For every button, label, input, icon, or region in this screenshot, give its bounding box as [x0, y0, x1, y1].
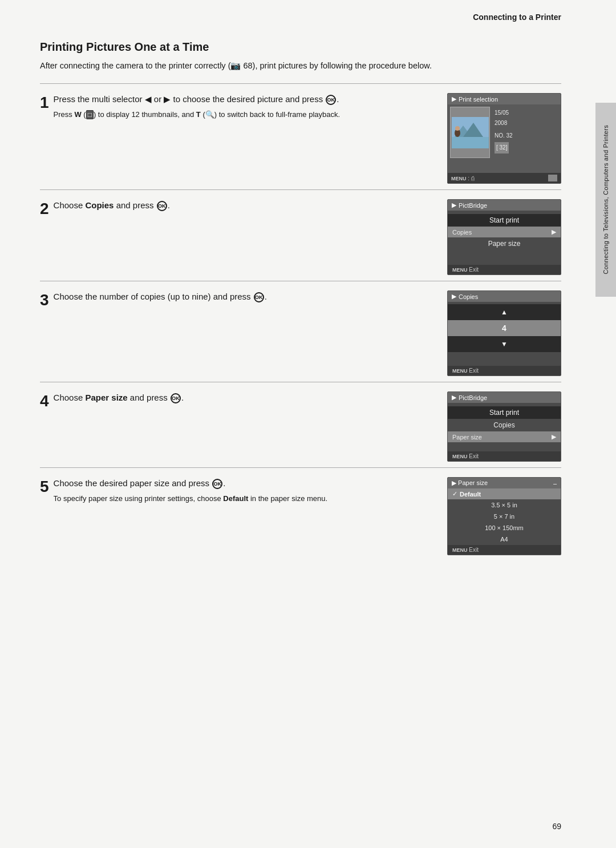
pb2-copies: Copies: [448, 419, 561, 431]
page-number: 69: [552, 822, 561, 831]
screen-1-info: 15/05 2008 NO. 32 [ 32]: [492, 107, 558, 171]
ok-button-icon-5: OK: [212, 479, 222, 489]
screen-1-date: 15/05: [495, 108, 556, 118]
screen-3-mockup: ▶ Copies ▲ 4 ▼ MENU Exit: [447, 290, 561, 376]
screen-3-title: Copies: [459, 293, 478, 300]
page-header-title: Connecting to a Printer: [473, 13, 561, 22]
step-2-number: 2: [40, 200, 49, 218]
step-2-content: Choose Copies and press OK.: [54, 199, 436, 216]
step-5-sub-text: To specify paper size using printer sett…: [54, 494, 436, 504]
screen-2-mockup: ▶ PictBridge Start print Copies ▶ Paper …: [447, 199, 561, 275]
screen-4-titlebar: ▶ PictBridge: [448, 392, 561, 403]
screen-1-image: [450, 107, 490, 158]
step-1-row: 1 Press the multi selector ◀ or ▶ to cho…: [40, 84, 561, 190]
step-1-content: Press the multi selector ◀ or ▶ to choos…: [54, 93, 436, 120]
screen-2-titlebar: ▶ PictBridge: [448, 200, 561, 211]
page-container: Connecting to Televisions, Computers and…: [0, 0, 616, 848]
screen-3-titlebar: ▶ Copies: [448, 291, 561, 302]
step-5-content: Choose the desired paper size and press …: [54, 477, 436, 504]
section-title: Printing Pictures One at a Time: [40, 41, 561, 54]
screen-5-body: ✓ Default 3.5 × 5 in 5 × 7 in 100 × 150m…: [448, 488, 561, 545]
ok-button-icon-4: OK: [171, 393, 181, 403]
pb2-spacer: [448, 442, 561, 448]
copies-value: 4: [502, 324, 506, 333]
step-2-row: 2 Choose Copies and press OK. ▶ PictBrid…: [40, 190, 561, 281]
ok-button-icon-1: OK: [326, 95, 336, 105]
pb2-papersize-arrow: ▶: [552, 433, 556, 441]
screen-2-footer: MENU Exit: [448, 265, 561, 274]
screen-1-footer-icon: [548, 175, 557, 181]
step-1-number: 1: [40, 94, 49, 112]
screen-4-body: Start print Copies Paper size ▶: [448, 403, 561, 451]
step-4-left: 4 Choose Paper size and press OK.: [40, 391, 436, 410]
screen-2-body: Start print Copies ▶ Paper size: [448, 211, 561, 265]
step-1-main-text: Press the multi selector ◀ or ▶ to choos…: [54, 93, 436, 106]
step-5-number: 5: [40, 478, 49, 496]
screen-3-footer: MENU Exit: [448, 366, 561, 375]
ps-3x5: 3.5 × 5 in: [448, 499, 561, 511]
screen-5-mockup: ▶ Paper size – ✓ Default 3.5 × 5 in 5 × …: [447, 477, 561, 555]
side-tab-text: Connecting to Televisions, Computers and…: [602, 125, 609, 274]
pb-spacer: [448, 250, 561, 261]
ps-check: ✓: [452, 490, 457, 498]
step-4-number: 4: [40, 393, 49, 410]
ok-button-icon-2: OK: [157, 201, 167, 211]
screen-3-body: ▲ 4 ▼: [448, 302, 561, 366]
step-4-content: Choose Paper size and press OK.: [54, 391, 436, 408]
screen-4-mockup: ▶ PictBridge Start print Copies Paper si…: [447, 391, 561, 462]
copies-number-row: 4: [448, 320, 561, 336]
step-1-sub-text: Press W (□) to display 12 thumbnails, an…: [54, 110, 436, 120]
w-icon: □: [86, 110, 94, 119]
t-icon: 🔍: [205, 110, 214, 119]
screen-5-dash: –: [553, 480, 557, 487]
step-5-main-text: Choose the desired paper size and press …: [54, 477, 436, 490]
screen-1-titlebar: ▶ Print selection: [448, 94, 561, 104]
svg-rect-3: [452, 137, 489, 148]
copies-up-arrow: ▲: [501, 308, 508, 317]
screen-4-title: PictBridge: [459, 394, 487, 401]
page-header: Connecting to a Printer: [40, 0, 561, 30]
cam-icon-1: ▶: [452, 95, 456, 103]
svg-point-5: [455, 126, 460, 131]
step-3-row: 3 Choose the number of copies (up to nin…: [40, 281, 561, 382]
pb2-papersize-label: Paper size: [452, 434, 482, 441]
step-3-main-text: Choose the number of copies (up to nine)…: [54, 290, 436, 304]
pb-papersize: Paper size: [448, 237, 561, 250]
pb2-start-print: Start print: [448, 406, 561, 419]
cam-icon-5: ▶: [452, 479, 456, 486]
ok-button-icon-3: OK: [254, 292, 264, 302]
step-2-main-text: Choose Copies and press OK.: [54, 199, 436, 212]
step-3-content: Choose the number of copies (up to nine)…: [54, 290, 436, 307]
ps-a4: A4: [448, 534, 561, 545]
copies-up-row: ▲: [448, 304, 561, 320]
step-5-row: 5 Choose the desired paper size and pres…: [40, 468, 561, 561]
step-5-left: 5 Choose the desired paper size and pres…: [40, 477, 436, 504]
pb-copies-arrow: ▶: [552, 228, 556, 236]
step-3-number: 3: [40, 292, 49, 309]
screen-2-title: PictBridge: [459, 202, 487, 209]
screen-1-menu-label: MENU : ⎙: [451, 175, 475, 181]
cam-icon-3: ▶: [452, 293, 456, 300]
screen-4-footer: MENU Exit: [448, 451, 561, 461]
screen-1-mockup: ▶ Print selection: [447, 93, 561, 184]
landscape-image-svg: [452, 117, 489, 148]
pb-start-print: Start print: [448, 214, 561, 227]
screen-1-footer: MENU : ⎙: [448, 173, 561, 183]
intro-para: After connecting the camera to the print…: [40, 59, 561, 72]
copies-down-row: ▼: [448, 336, 561, 352]
ps-default-row: ✓ Default: [448, 488, 561, 499]
screen-1-title: Print selection: [459, 96, 498, 103]
screen-1-no-label: NO. 32: [495, 131, 556, 141]
pb-copies-row: Copies ▶: [448, 227, 561, 237]
step-4-row: 4 Choose Paper size and press OK. ▶ Pict…: [40, 382, 561, 468]
screen-1-body: 15/05 2008 NO. 32 [ 32]: [448, 104, 561, 173]
cam-icon-4: ▶: [452, 394, 456, 401]
ps-5x7: 5 × 7 in: [448, 511, 561, 522]
screen-5-title-wrap: ▶ Paper size: [452, 479, 488, 487]
cam-icon-2: ▶: [452, 201, 456, 209]
step-4-main-text: Choose Paper size and press OK.: [54, 391, 436, 405]
screen-1-year: 2008: [495, 118, 556, 128]
copies-spacer: [448, 352, 561, 364]
main-content: Connecting to a Printer Printing Picture…: [0, 0, 595, 848]
ps-default-label: Default: [460, 491, 481, 498]
